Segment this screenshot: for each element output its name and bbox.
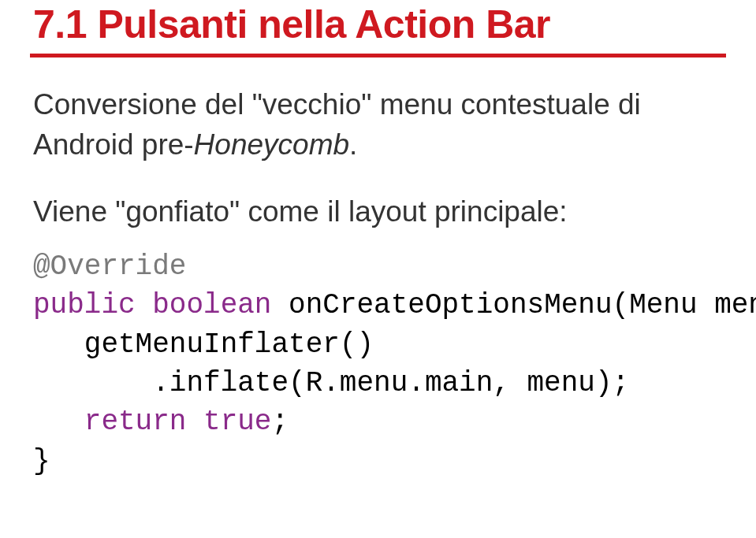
code-line-4: .inflate(R.menu.main, menu);: [33, 367, 629, 399]
para1-italic: Honeycomb: [194, 128, 349, 161]
para1-post: .: [349, 128, 357, 161]
sig-rest: onCreateOptionsMenu(Menu menu) {: [271, 289, 756, 321]
code-annotation: @Override: [33, 250, 186, 283]
after-true: ;: [271, 406, 289, 438]
kw-return: return: [84, 406, 187, 438]
slide: 7.1 Pulsanti nella Action Bar Conversion…: [0, 0, 756, 480]
kw-public: public: [33, 289, 136, 321]
paragraph-1: Conversione del "vecchio" menu contestua…: [33, 84, 723, 165]
paragraph-2: Viene "gonfiato" come il layout principa…: [33, 191, 723, 232]
space-true: [186, 406, 203, 438]
code-line-3: getMenuInflater(): [33, 328, 374, 361]
code-line-6: }: [33, 445, 50, 477]
kw-boolean: boolean: [152, 289, 271, 321]
indent-return: [33, 406, 84, 438]
slide-title: 7.1 Pulsanti nella Action Bar: [33, 0, 723, 47]
title-rule: [30, 54, 726, 58]
kw-true: true: [203, 406, 271, 438]
code-block: @Override public boolean onCreateOptions…: [33, 247, 723, 480]
body-text: Conversione del "vecchio" menu contestua…: [33, 84, 723, 232]
